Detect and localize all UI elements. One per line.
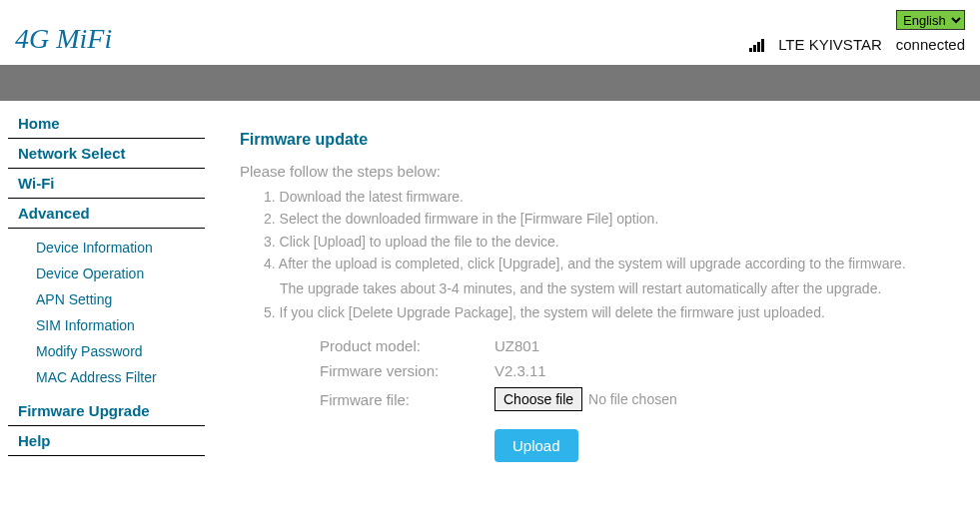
main-panel: Firmware update Please follow the steps … bbox=[210, 101, 980, 482]
nav-network-select[interactable]: Network Select bbox=[8, 139, 205, 169]
operator-label: LTE KYIVSTAR bbox=[778, 36, 882, 53]
advanced-submenu: Device Information Device Operation APN … bbox=[8, 229, 205, 396]
connection-status: connected bbox=[896, 36, 965, 53]
choose-file-button[interactable]: Choose file bbox=[494, 387, 582, 411]
product-model-value: UZ801 bbox=[494, 337, 539, 354]
step-2: 2. Select the downloaded firmware in the… bbox=[240, 208, 950, 230]
product-model-label: Product model: bbox=[320, 337, 494, 354]
banner-bar bbox=[0, 65, 980, 101]
step-4: 4. After the upload is completed, click … bbox=[240, 253, 950, 274]
content: Home Network Select Wi-Fi Advanced Devic… bbox=[0, 101, 980, 482]
nav-apn-setting[interactable]: APN Setting bbox=[8, 286, 205, 312]
nav-modify-password[interactable]: Modify Password bbox=[8, 338, 205, 364]
header-right: English LTE KYIVSTAR connected bbox=[749, 10, 965, 53]
file-status-text: No file chosen bbox=[588, 391, 677, 407]
step-1: 1. Download the latest firmware. bbox=[240, 186, 950, 208]
step-5: 5. If you click [Delete Upgrade Package]… bbox=[240, 301, 950, 323]
step-3: 3. Click [Upload] to upload the file to … bbox=[240, 231, 950, 253]
step-4-note: The upgrade takes about 3-4 minutes, and… bbox=[240, 277, 950, 299]
steps-list-2: 5. If you click [Delete Upgrade Package]… bbox=[240, 301, 950, 323]
file-input-wrap: Choose file No file chosen bbox=[494, 387, 677, 411]
firmware-version-row: Firmware version: V2.3.11 bbox=[240, 358, 950, 383]
nav-advanced[interactable]: Advanced bbox=[8, 199, 205, 229]
firmware-version-label: Firmware version: bbox=[320, 362, 494, 379]
intro-text: Please follow the steps below: bbox=[240, 163, 950, 180]
nav-sim-information[interactable]: SIM Information bbox=[8, 312, 205, 338]
nav-device-information[interactable]: Device Information bbox=[8, 235, 205, 261]
firmware-file-label: Firmware file: bbox=[320, 391, 494, 408]
nav-device-operation[interactable]: Device Operation bbox=[8, 261, 205, 286]
product-model-row: Product model: UZ801 bbox=[240, 333, 950, 358]
firmware-details: Product model: UZ801 Firmware version: V… bbox=[240, 333, 950, 415]
header: 4G MiFi English LTE KYIVSTAR connected bbox=[0, 0, 980, 65]
nav-firmware-upgrade[interactable]: Firmware Upgrade bbox=[8, 396, 205, 426]
status-row: LTE KYIVSTAR connected bbox=[749, 36, 965, 53]
sidebar: Home Network Select Wi-Fi Advanced Devic… bbox=[0, 101, 210, 482]
logo: 4G MiFi bbox=[15, 8, 112, 55]
signal-icon bbox=[749, 38, 764, 52]
nav-mac-address-filter[interactable]: MAC Address Filter bbox=[8, 364, 205, 390]
nav-help[interactable]: Help bbox=[8, 426, 205, 456]
upload-button[interactable]: Upload bbox=[494, 429, 578, 462]
steps-list: 1. Download the latest firmware. 2. Sele… bbox=[240, 186, 950, 275]
page-title: Firmware update bbox=[240, 131, 950, 149]
nav-home[interactable]: Home bbox=[8, 109, 205, 139]
nav-wifi[interactable]: Wi-Fi bbox=[8, 169, 205, 199]
language-select[interactable]: English bbox=[896, 10, 965, 30]
firmware-file-row: Firmware file: Choose file No file chose… bbox=[240, 383, 950, 415]
firmware-version-value: V2.3.11 bbox=[494, 362, 546, 379]
